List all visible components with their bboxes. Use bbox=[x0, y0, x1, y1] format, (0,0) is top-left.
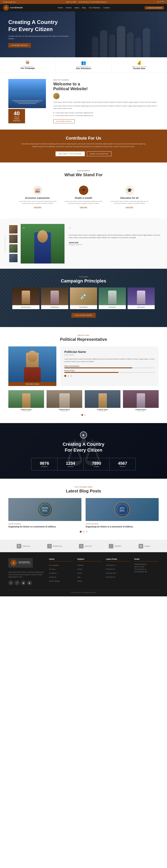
footer-facebook-icon[interactable]: f bbox=[15, 580, 20, 585]
rep-dot-2[interactable] bbox=[67, 375, 69, 377]
stat-missions: 4567 Missions bbox=[110, 458, 136, 470]
make-donation-btn[interactable]: MAKE A DONATION bbox=[87, 151, 111, 156]
rep-dot-3[interactable] bbox=[70, 375, 72, 377]
partner-govuk[interactable]: ♛ GOV.UK bbox=[79, 544, 92, 549]
pol-grid-item-3[interactable]: Politician Name Party Leader bbox=[85, 390, 120, 412]
campaign-card-healthcare[interactable]: Healthcare bbox=[41, 287, 68, 309]
footer-post-link-3[interactable]: Post Title Three bbox=[106, 571, 130, 574]
avatar-2[interactable] bbox=[9, 235, 18, 243]
about-image bbox=[8, 79, 46, 108]
footer-twitter-icon[interactable]: 𝕏 bbox=[8, 580, 13, 585]
nav-link-news[interactable]: News bbox=[75, 7, 79, 9]
quick-link-campaign[interactable]: 🏛 Learn About Our Our Campaign bbox=[0, 57, 56, 72]
campaign-cards: Environment Healthcare 💉 Tax Reform bbox=[4, 287, 163, 309]
stand-card-health-link[interactable]: Learn More bbox=[80, 207, 87, 208]
testimonial-main: " " Lorem ipsum dolor sit amet, consecte… bbox=[21, 224, 163, 264]
campaign-card-economy[interactable]: Economy bbox=[99, 287, 126, 309]
footer-explore-link-5[interactable]: Gallery bbox=[78, 579, 102, 582]
blog-card-2-date: ● 01/02 ● Governor bbox=[86, 523, 159, 525]
become-volunteer-button[interactable]: ▲ Become A Volunteer bbox=[145, 6, 164, 9]
nav-link-initiatives[interactable]: Our Initiatives bbox=[89, 7, 100, 9]
creating-title: Creating A Country For Every Citizen bbox=[4, 441, 163, 453]
partner-oracle[interactable]: 🏛 ORACLE bbox=[17, 544, 30, 549]
play-button[interactable]: ▶ bbox=[80, 431, 87, 438]
about-avatar bbox=[53, 93, 59, 99]
pol-grid-role-4: Party Leader bbox=[123, 410, 159, 412]
partner-jersey[interactable]: 🏴 JERSEY bbox=[109, 544, 122, 549]
hero-cta-button[interactable]: LE MORE DETAIL bbox=[8, 43, 31, 48]
blog-dot-3[interactable] bbox=[86, 531, 87, 533]
nav-link-home[interactable]: Home bbox=[58, 7, 63, 9]
blog-card-1-date: ● 01/02 ● Governor bbox=[8, 523, 81, 525]
blog-card-2-title: Organizing for Action is a movement of m… bbox=[86, 525, 159, 528]
blog-cards: STATESEAL ● 01/02 ● Governor Organizing … bbox=[8, 498, 159, 528]
campaign-card-adventure[interactable]: Adventure bbox=[128, 287, 155, 309]
footer-post-link-1[interactable]: Post Title One bbox=[106, 563, 130, 566]
nav-brand: GOVERNOR bbox=[10, 7, 23, 9]
blog-card-1[interactable]: STATESEAL ● 01/02 ● Governor Organizing … bbox=[8, 498, 81, 528]
become-volunteer-btn[interactable]: BECOME A VOLUNTEER bbox=[56, 151, 85, 156]
footer-about-link-5[interactable]: News & Updates bbox=[49, 579, 73, 582]
footer-posts-links: Post Title One Post Title Two Post Title… bbox=[106, 563, 130, 578]
avatar-4[interactable] bbox=[9, 254, 18, 262]
stand-card-education-link[interactable]: Learn More bbox=[126, 207, 133, 208]
testimonial-author-role: Campaign Supporter bbox=[69, 244, 162, 245]
rep-dot-1[interactable] bbox=[64, 375, 66, 377]
about-more-button[interactable]: LES MORE DETAIL bbox=[53, 119, 75, 123]
blog-dot-2[interactable] bbox=[83, 531, 85, 533]
campaign-card-taxreform[interactable]: 💉 Tax Reform bbox=[70, 287, 97, 309]
political-rep-section: Meet Our Team Political Representative V… bbox=[0, 327, 167, 423]
instagram-icon[interactable]: 📷 bbox=[161, 1, 164, 3]
footer-brand-sub: FOR EVERY CITIZEN bbox=[18, 563, 31, 564]
footer-col-contact-title: Email bbox=[134, 558, 159, 561]
nav-logo[interactable]: ♛ GOVERNOR bbox=[3, 5, 23, 11]
campaign-card-economy-label: Economy bbox=[99, 305, 126, 309]
stand-card-economic[interactable]: 🏭 Economic superpower Lorem ipsum dolor … bbox=[17, 183, 58, 211]
footer-explore-link-4[interactable]: Blog bbox=[78, 575, 102, 578]
footer-post-link-2[interactable]: Post Title Two bbox=[106, 567, 130, 570]
campaign-card-environment[interactable]: Environment bbox=[12, 287, 39, 309]
nav-link-events[interactable]: Events bbox=[66, 7, 72, 9]
about-years-label: Years of Political Experience bbox=[11, 116, 23, 122]
nav-link-contact[interactable]: Contact bbox=[103, 7, 110, 9]
discover-more-button[interactable]: DISCOVER MORE bbox=[72, 313, 95, 318]
footer-col-explore-title: Explore bbox=[78, 558, 102, 561]
footer-logo[interactable]: ♛ GOVERNOR FOR EVERY CITIZEN bbox=[8, 558, 33, 568]
grid-dot-2[interactable] bbox=[84, 414, 86, 416]
stand-card-education[interactable]: 🎓 Education for all Lorem ipsum dolor si… bbox=[109, 183, 150, 211]
footer-about-link-2[interactable]: Our Team bbox=[49, 567, 73, 570]
pol-grid-item-1[interactable]: Politician Name Party Leader bbox=[8, 390, 44, 412]
stat-projects: 7890 Projects bbox=[84, 458, 110, 470]
partner-volkan[interactable]: 🏔 Volkan bbox=[139, 544, 150, 549]
blog-dot-1[interactable] bbox=[80, 531, 82, 533]
pol-grid-item-4[interactable]: Politician Name Party Leader bbox=[123, 390, 159, 412]
avatar-3[interactable] bbox=[9, 244, 18, 253]
footer-youtube-icon[interactable]: ▶ bbox=[27, 580, 32, 585]
campaign-subtitle: Policy Matters bbox=[4, 276, 163, 277]
footer-about-link-1[interactable]: Our Campaign bbox=[49, 563, 73, 566]
blog-card-2-seal: GOVSEAL bbox=[114, 502, 130, 517]
grid-dot-1[interactable] bbox=[81, 414, 83, 416]
footer-about-link-3[interactable]: Our Mission bbox=[49, 571, 73, 574]
partner-norfolk[interactable]: ⚖ NORFOLK bbox=[47, 544, 62, 549]
footer-instagram-icon[interactable]: ◉ bbox=[21, 580, 26, 585]
pol-grid-item-2[interactable]: Politician Name Party Leader bbox=[47, 390, 82, 412]
stand-card-economic-link[interactable]: Learn More bbox=[34, 207, 41, 208]
avatar-1[interactable] bbox=[9, 225, 18, 234]
view-more-details-btn[interactable]: View More Details bbox=[8, 382, 56, 386]
pol-rep-subtitle: Meet Our Team bbox=[8, 334, 159, 336]
footer-post-link-4[interactable]: Post Title Four bbox=[106, 575, 130, 578]
nav-link-blog[interactable]: Blog bbox=[82, 7, 86, 9]
quick-link-donate[interactable]: 💰 What You Can Donate Donate Now bbox=[111, 57, 167, 72]
footer-explore-link-1[interactable]: Volunteer bbox=[78, 563, 102, 566]
quick-link-volunteers[interactable]: 👥 Get Involved With Us Join Volunteers bbox=[56, 57, 111, 72]
health-icon: ❤ bbox=[79, 186, 88, 195]
facebook-icon[interactable]: f bbox=[160, 1, 160, 3]
twitter-icon[interactable]: 𝕏 bbox=[157, 1, 159, 3]
blog-card-2[interactable]: GOVSEAL ● 01/02 ● Governor Organizing fo… bbox=[86, 498, 159, 528]
stand-card-health[interactable]: ❤ Health is wealth Lorem ipsum dolor sit… bbox=[63, 183, 104, 211]
footer-about-link-4[interactable]: Contact Us bbox=[49, 575, 73, 578]
stand-title: What We Stand For bbox=[8, 173, 159, 177]
footer-explore-link-2[interactable]: Donate bbox=[78, 567, 102, 570]
footer-explore-link-3[interactable]: Events bbox=[78, 571, 102, 574]
